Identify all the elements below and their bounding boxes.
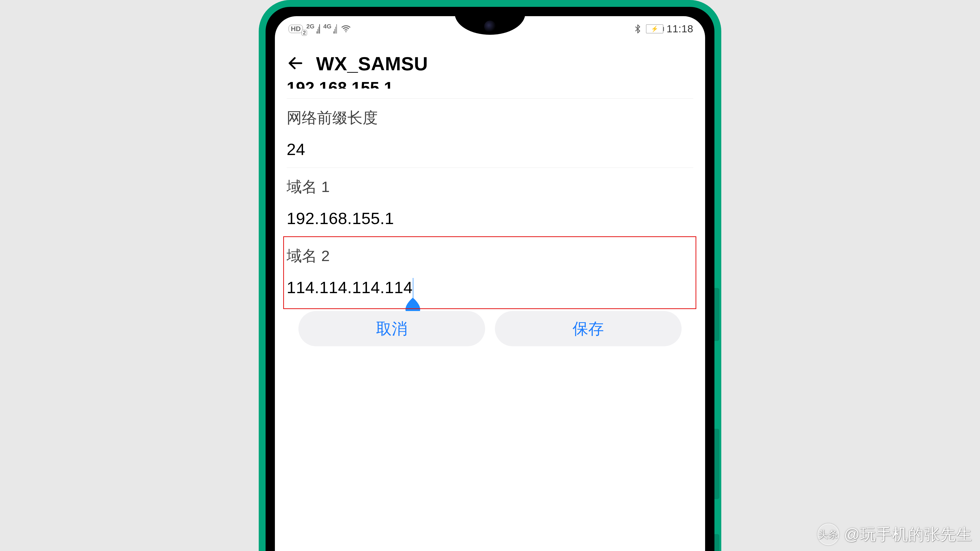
field-value: 192.168.155.1 [286, 209, 694, 228]
field-label: 网络前缀长度 [286, 108, 694, 128]
cancel-button[interactable]: 取消 [298, 311, 485, 346]
watermark: 头条 @玩手机的张先生 [818, 524, 972, 545]
hd-badge-icon: HD [289, 25, 303, 33]
volume-down-button[interactable] [714, 429, 719, 499]
network-settings-form: 192.168.155.1 网络前缀长度 24 域名 1 192.168.155… [286, 89, 694, 551]
field-dns1[interactable]: 域名 1 192.168.155.1 [286, 168, 694, 237]
field-value: 24 [286, 140, 694, 159]
svg-point-0 [345, 31, 347, 32]
bluetooth-icon [633, 24, 643, 34]
battery-charging-icon: ⚡ [646, 24, 663, 33]
sim1-signal-icon: 2G [306, 24, 320, 33]
gateway-value: 192.168.155.1 [286, 78, 694, 89]
save-button[interactable]: 保存 [495, 311, 682, 346]
status-clock: 11:18 [667, 23, 694, 35]
volume-up-button[interactable] [714, 288, 719, 341]
watermark-text: @玩手机的张先生 [844, 524, 972, 545]
field-label: 域名 1 [286, 176, 694, 197]
sim2-signal-icon: 4G [323, 24, 337, 33]
cancel-label: 取消 [376, 318, 407, 340]
power-button[interactable] [714, 534, 719, 551]
text-caret [413, 278, 413, 299]
field-prefix-length[interactable]: 网络前缀长度 24 [286, 99, 694, 168]
field-dns2[interactable]: 域名 2 114.114.114.114 [286, 237, 694, 308]
dns2-input[interactable]: 114.114.114.114 [286, 278, 412, 297]
save-label: 保存 [573, 318, 604, 340]
field-label: 域名 2 [286, 246, 694, 266]
back-arrow-icon[interactable] [286, 54, 304, 73]
page-title: WX_SAMSU [316, 52, 428, 75]
toutiao-logo-icon: 头条 [818, 524, 839, 545]
screen: HD 2G 4G [275, 16, 705, 551]
wifi-icon [340, 23, 352, 35]
phone-frame: HD 2G 4G [259, 0, 721, 551]
